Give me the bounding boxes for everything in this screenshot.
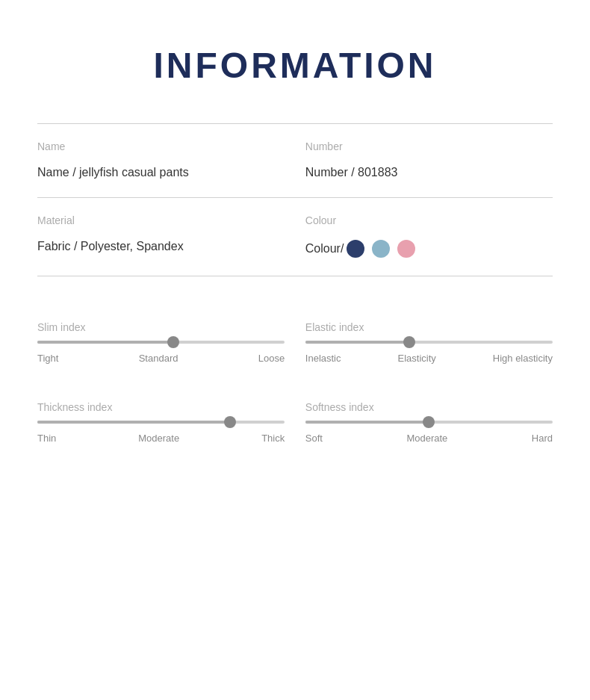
top-section: Name Number Name / jellyfish casual pant… xyxy=(37,123,553,276)
page-title: INFORMATION xyxy=(37,45,553,86)
material-label-col: Material xyxy=(37,205,285,229)
thickness-index-col: Thickness index Thin Moderate Thick xyxy=(37,401,285,444)
thickness-label-thick: Thick xyxy=(261,433,285,444)
softness-label-soft: Soft xyxy=(305,433,323,444)
elastic-index-col: Elastic index Inelastic Elasticity High … xyxy=(305,321,553,364)
name-value-col: Name / jellyfish casual pants xyxy=(37,155,285,190)
slim-slider-fill xyxy=(37,341,173,344)
colour-dot-navy[interactable] xyxy=(347,240,364,258)
thickness-slider-thumb[interactable] xyxy=(224,416,236,428)
colour-label-col: Colour xyxy=(305,205,553,229)
divider-top xyxy=(37,123,553,124)
slim-slider-thumb[interactable] xyxy=(167,336,179,348)
slim-label-standard: Standard xyxy=(139,353,178,364)
fabric-value-col: Fabric / Polyester, Spandex xyxy=(37,229,285,268)
slim-label-tight: Tight xyxy=(37,353,58,364)
softness-slider-labels: Soft Moderate Hard xyxy=(305,433,553,444)
elastic-slider-thumb[interactable] xyxy=(403,336,415,348)
elastic-index-label: Elastic index xyxy=(305,321,553,333)
elastic-slider-labels: Inelastic Elasticity High elasticity xyxy=(305,353,553,364)
name-label-col: Name xyxy=(37,131,285,155)
colour-prefix: Colour/ xyxy=(305,242,344,255)
softness-slider-track xyxy=(305,421,553,424)
elastic-label-high: High elasticity xyxy=(493,353,553,364)
material-label: Material xyxy=(37,205,285,229)
slim-slider-track xyxy=(37,341,285,344)
softness-slider-fill xyxy=(305,421,429,424)
colour-dots-col: Colour/ xyxy=(305,229,553,268)
colour-dots xyxy=(347,240,415,258)
slim-index-label: Slim index xyxy=(37,321,285,333)
softness-label-hard: Hard xyxy=(532,433,553,444)
divider-mid xyxy=(37,197,553,198)
colour-dot-blue[interactable] xyxy=(372,240,390,258)
label-row: Name Number xyxy=(37,131,553,155)
softness-slider-thumb[interactable] xyxy=(423,416,435,428)
colour-label: Colour xyxy=(305,205,553,229)
fabric-value: Fabric / Polyester, Spandex xyxy=(37,229,285,264)
thickness-slider-track xyxy=(37,421,285,424)
softness-index-label: Softness index xyxy=(305,401,553,413)
name-label: Name xyxy=(37,131,285,155)
elastic-slider-track xyxy=(305,341,553,344)
number-value-col: Number / 801883 xyxy=(305,155,553,190)
fabric-colour-row: Fabric / Polyester, Spandex Colour/ xyxy=(37,229,553,268)
slim-slider-labels: Tight Standard Loose xyxy=(37,353,285,364)
slim-label-loose: Loose xyxy=(258,353,285,364)
name-number-row: Name / jellyfish casual pants Number / 8… xyxy=(37,155,553,190)
elastic-label-elasticity: Elasticity xyxy=(398,353,436,364)
thickness-slider-fill xyxy=(37,421,230,424)
index-section-top: Slim index Tight Standard Loose Elastic … xyxy=(37,321,553,364)
divider-bottom xyxy=(37,276,553,276)
number-label-col: Number xyxy=(305,131,553,155)
index-section-bottom: Thickness index Thin Moderate Thick Soft… xyxy=(37,401,553,444)
elastic-label-inelastic: Inelastic xyxy=(305,353,341,364)
thickness-index-label: Thickness index xyxy=(37,401,285,413)
softness-index-col: Softness index Soft Moderate Hard xyxy=(305,401,553,444)
material-colour-label-row: Material Colour xyxy=(37,205,553,229)
thickness-label-thin: Thin xyxy=(37,433,56,444)
number-value: Number / 801883 xyxy=(305,155,553,190)
number-label: Number xyxy=(305,131,553,155)
slim-index-col: Slim index Tight Standard Loose xyxy=(37,321,285,364)
section-spacer-1 xyxy=(37,284,553,306)
colour-dot-pink[interactable] xyxy=(397,240,415,258)
elastic-slider-fill xyxy=(305,341,409,344)
section-spacer-2 xyxy=(37,364,553,386)
name-value: Name / jellyfish casual pants xyxy=(37,155,285,190)
thickness-label-moderate: Moderate xyxy=(138,433,179,444)
page-container: INFORMATION Name Number Name / jellyfish… xyxy=(0,0,590,489)
softness-label-moderate: Moderate xyxy=(406,433,447,444)
colour-dots-row: Colour/ xyxy=(305,229,553,268)
thickness-slider-labels: Thin Moderate Thick xyxy=(37,433,285,444)
